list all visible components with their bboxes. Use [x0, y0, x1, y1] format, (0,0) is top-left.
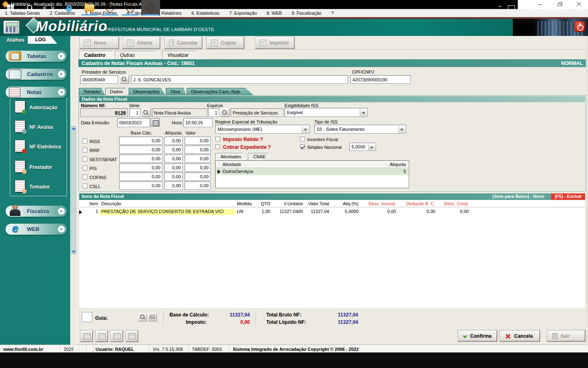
sidebar-tab-atalhos[interactable]: Atalhos	[7, 37, 24, 43]
task-view-button[interactable]	[39, 0, 58, 16]
tray-expand-button[interactable]: ⌃	[494, 0, 506, 16]
notification-center-button[interactable]	[572, 0, 586, 16]
tab-observacoes[interactable]: Observações	[129, 88, 165, 95]
panel-splitter[interactable]	[71, 126, 76, 254]
novo-button[interactable]: Novo	[80, 37, 119, 49]
inss-checkbox[interactable]	[82, 139, 87, 144]
tab-cadastro[interactable]: Cadastro	[79, 51, 118, 59]
irrf-checkbox[interactable]	[82, 148, 87, 153]
inss-valor-field[interactable]: 0,00	[185, 137, 211, 145]
irrf-base-field[interactable]: 0,00	[119, 146, 163, 154]
menu-estatisticas[interactable]: 6. Estatísticas	[187, 11, 224, 16]
sidebar-group-web[interactable]: e WEB »	[6, 224, 67, 235]
start-button[interactable]	[1, 0, 20, 16]
simples-nacional-checkbox[interactable]	[300, 144, 305, 149]
inss-base-field[interactable]: 0,00	[119, 137, 163, 145]
imprimir-button[interactable]: Imprimir	[255, 37, 294, 49]
taskbar-search-button[interactable]	[20, 0, 39, 16]
irrf-aliq-field[interactable]: 0,00	[164, 146, 183, 154]
sidebar-item-nf-avulsa[interactable]: NF Avulsa	[29, 124, 53, 130]
cpf-field[interactable]: 42073090000190	[350, 75, 411, 84]
tab-visualizar[interactable]: Visualizar	[162, 51, 203, 59]
taskbar-app-2[interactable]	[121, 0, 140, 16]
menu-exportacao[interactable]: 7. Exportação	[224, 11, 262, 16]
pis-checkbox[interactable]	[82, 166, 87, 171]
hora-field[interactable]: 10:50:25	[183, 118, 213, 127]
sidebar-group-tabelas[interactable]: Tabelas »	[6, 51, 67, 62]
item-row[interactable]: 1 PRESTAÇÃO DE SERVIÇO CONSERTO DE ESTRA…	[79, 208, 585, 215]
prestador-search-button[interactable]	[120, 75, 129, 84]
power-button[interactable]	[574, 21, 585, 32]
pis-aliq-field[interactable]: 0,00	[164, 164, 183, 172]
cofins-aliq-field[interactable]: 0,00	[164, 173, 183, 181]
simples-aliquota-select[interactable]: 5,0000	[349, 143, 376, 151]
volume-icon[interactable]	[515, 0, 528, 16]
sest-aliq-field[interactable]: 0,00	[164, 155, 183, 163]
especie-search-button[interactable]	[220, 108, 229, 117]
csll-aliq-field[interactable]: 0,00	[164, 182, 183, 190]
atividade-row[interactable]: OutrosServiços 5	[216, 168, 408, 175]
splitter-arrows-icon[interactable]	[72, 127, 76, 130]
serie-field[interactable]: 1	[129, 108, 140, 117]
menu-help[interactable]: ?	[326, 11, 339, 16]
cofins-base-field[interactable]: 0,00	[119, 173, 163, 181]
cofins-checkbox[interactable]	[82, 175, 87, 180]
sidebar-item-nf-eletronica[interactable]: NF Eletrônica	[29, 144, 61, 150]
sair-button[interactable]: Sair	[547, 330, 585, 341]
taskbar-ie[interactable]: e	[60, 0, 78, 16]
numero-field[interactable]: 9129	[80, 108, 128, 117]
nav-button-2[interactable]	[96, 330, 108, 342]
taskbar-app-1[interactable]	[100, 0, 119, 16]
nav-button-4[interactable]	[126, 330, 138, 342]
cofins-valor-field[interactable]: 0,00	[185, 173, 211, 181]
cancelar-button[interactable]: Cancelar	[165, 37, 202, 49]
irrf-valor-field[interactable]: 0,00	[185, 146, 211, 154]
imposto-retido-checkbox[interactable]	[215, 137, 220, 141]
prestador-code-field[interactable]: 000005949	[80, 75, 118, 84]
sidebar-group-fiscaliza[interactable]: Fiscaliza »	[6, 206, 67, 217]
language-indicator[interactable]: PORPTB2	[528, 0, 542, 16]
sidebar-group-cadastros[interactable]: Cadastros »	[6, 69, 67, 80]
cobrar-expediente-checkbox[interactable]	[215, 144, 220, 149]
tab-atividades[interactable]: Atividades	[215, 153, 247, 160]
csll-base-field[interactable]: 0,00	[119, 182, 163, 190]
pis-valor-field[interactable]: 0,00	[185, 164, 211, 172]
especie-field[interactable]: 1	[208, 108, 219, 117]
guia-print-button[interactable]	[148, 313, 157, 321]
data-emissao-field[interactable]: 09/03/2022	[117, 118, 150, 127]
pis-base-field[interactable]: 0,00	[119, 164, 163, 172]
exigibilidade-select[interactable]: Exigível	[285, 108, 368, 117]
sest-base-field[interactable]: 0,00	[119, 155, 163, 163]
clock[interactable]: 15:4503/05/2022	[542, 0, 570, 16]
inss-aliq-field[interactable]: 0,00	[164, 137, 183, 145]
guia-search-button[interactable]	[138, 313, 147, 321]
tab-cnae[interactable]: CNAE	[248, 153, 272, 160]
sidebar-group-notas[interactable]: Notas »	[6, 87, 67, 98]
splitter-arrows-icon[interactable]	[72, 250, 76, 253]
taskbar-app-3-active[interactable]	[141, 0, 160, 16]
prestador-name-field[interactable]: J. S. GONCALVES	[131, 75, 348, 84]
chevron-down-icon[interactable]: »	[58, 53, 65, 60]
sest-valor-field[interactable]: 0,00	[185, 155, 211, 163]
serie-search-button[interactable]	[141, 108, 151, 117]
regime-select[interactable]: Microempresário (ME)	[215, 125, 310, 134]
alterar-button[interactable]: Alterar	[122, 37, 160, 49]
chevron-down-icon[interactable]: »	[58, 71, 65, 78]
csll-checkbox[interactable]	[82, 184, 87, 188]
tab-tomador[interactable]: Tomador	[79, 88, 105, 95]
copiar-button[interactable]: Copiar	[207, 37, 244, 49]
incentivo-fiscal-checkbox[interactable]	[300, 137, 305, 141]
tipo-iss-select[interactable]: 03 - Sobre Faturamento	[314, 125, 406, 134]
nav-button-3[interactable]	[111, 330, 123, 342]
tab-obra[interactable]: Obra	[166, 88, 186, 95]
sidebar-item-tomador[interactable]: Tomador	[29, 184, 50, 190]
tab-observacoes-canc[interactable]: Observações Canc./Sub.	[187, 88, 254, 95]
calendar-button[interactable]	[151, 118, 160, 127]
chevron-up-icon[interactable]: »	[58, 89, 65, 96]
taskbar-explorer[interactable]	[80, 0, 99, 16]
tab-outras-receitas[interactable]: Outras Receitas	[115, 51, 164, 59]
menu-fiscalizacao[interactable]: 9. Fiscalização	[287, 11, 326, 16]
sest-checkbox[interactable]	[82, 157, 87, 162]
menu-web[interactable]: 8. WEB	[262, 11, 287, 16]
csll-valor-field[interactable]: 0,00	[185, 182, 211, 190]
